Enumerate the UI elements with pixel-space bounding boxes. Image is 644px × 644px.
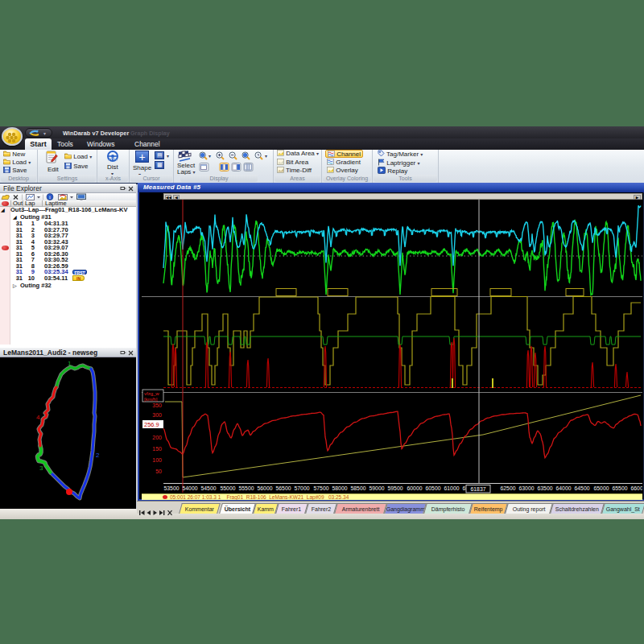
svg-text:57000: 57000	[295, 485, 310, 491]
svg-text:[km/h]: [km/h]	[144, 397, 158, 402]
svg-text:2: 2	[96, 452, 100, 459]
svg-text:55500: 55500	[239, 485, 254, 491]
svg-text:64500: 64500	[575, 485, 590, 491]
svg-text:63500: 63500	[538, 485, 553, 491]
svg-text:350: 350	[152, 402, 162, 408]
svg-text:65000: 65000	[594, 485, 609, 491]
svg-text:150: 150	[152, 446, 162, 452]
svg-text:54500: 54500	[201, 485, 217, 491]
svg-text:55000: 55000	[221, 485, 236, 491]
svg-text:61837: 61837	[471, 486, 486, 492]
svg-text:56500: 56500	[276, 485, 291, 491]
svg-text:60500: 60500	[426, 485, 441, 491]
svg-text:3: 3	[39, 464, 43, 472]
svg-text:57500: 57500	[314, 485, 329, 491]
svg-text:58500: 58500	[351, 485, 366, 491]
svg-text:100: 100	[152, 457, 162, 463]
svg-text:58000: 58000	[332, 485, 348, 491]
svg-text:▾: ▾	[43, 131, 46, 136]
svg-text:4: 4	[36, 414, 40, 421]
svg-text:60000: 60000	[407, 485, 423, 491]
svg-text:54000: 54000	[183, 485, 198, 491]
svg-text:200: 200	[152, 435, 162, 440]
svg-text:53500: 53500	[164, 485, 180, 491]
svg-text:i: i	[49, 194, 51, 200]
svg-text:256.9: 256.9	[144, 421, 159, 428]
svg-text:62500: 62500	[501, 485, 516, 491]
svg-text:1: 1	[68, 360, 72, 367]
svg-text:300: 300	[152, 412, 162, 418]
svg-text:65500: 65500	[613, 485, 628, 491]
svg-text:66000: 66000	[631, 485, 642, 491]
svg-text:59000: 59000	[369, 485, 385, 491]
svg-text:50: 50	[155, 469, 162, 474]
svg-text:64000: 64000	[556, 485, 572, 491]
svg-text:63000: 63000	[519, 485, 535, 491]
svg-text:59500: 59500	[388, 485, 403, 491]
svg-text:56000: 56000	[258, 485, 273, 491]
svg-text:61000: 61000	[444, 485, 460, 491]
svg-text:vfzg_w: vfzg_w	[144, 391, 159, 396]
